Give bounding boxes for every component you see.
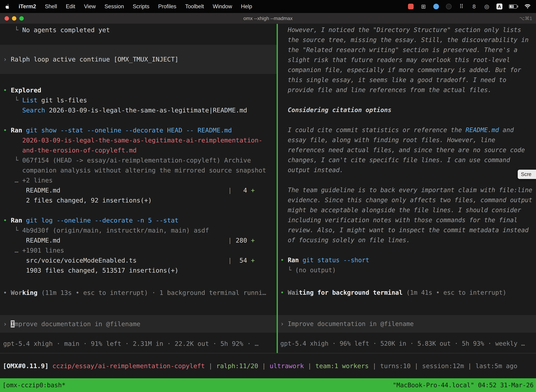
right-prompt-input[interactable]: › Improve documentation in @filename xyxy=(278,315,536,333)
menu-item-toolbelt[interactable]: Toolbelt xyxy=(185,3,204,10)
terminal-line: companion analysis without altering the … xyxy=(3,165,277,175)
tmux-host-clock: "MacBook-Pro-44.local" 04:52 31-Mar-26 xyxy=(393,382,534,389)
terminal-line: • Waiting for background terminal (1m 41… xyxy=(280,288,536,298)
terminal-line xyxy=(280,175,536,185)
terminal-line: … +1901 lines xyxy=(3,245,277,255)
terminal-line: might be acceptable alongside the file l… xyxy=(280,205,536,215)
terminal-line: I could cite commit statistics or refere… xyxy=(280,125,536,135)
menu-left: iTerm2 Shell Edit View Session Scripts P… xyxy=(5,3,252,10)
ralph-inject-banner: › Ralph loop active continue [OMX_TMUX_I… xyxy=(0,45,277,74)
pane-right[interactable]: However, I noticed the "Directory Struct… xyxy=(278,24,536,353)
zoom-button[interactable] xyxy=(19,16,24,21)
input-source-icon[interactable]: A xyxy=(496,3,502,10)
menu-status-icons: ⊞ ⠿ 8 ◎ A 61 xyxy=(408,3,531,10)
terminal-line: The team guideline is to back every impo… xyxy=(280,185,536,195)
terminal-line: the "Related research writing" section i… xyxy=(280,45,536,55)
menu-item-shell[interactable]: Shell xyxy=(45,3,57,10)
screen: { "menubar": { "app_name": "iTerm2", "it… xyxy=(0,0,536,392)
keyboard-icon[interactable]: ⠿ xyxy=(458,3,464,10)
menu-item-profiles[interactable]: Profiles xyxy=(158,3,176,10)
pane-left[interactable]: └ No agents completed yet › Ralph loop a… xyxy=(0,24,277,353)
terminal-line: companion file, especially if more comme… xyxy=(280,65,536,75)
terminal-line: references need actual files, and since … xyxy=(280,145,536,155)
right-scrollback: However, I noticed the "Directory Struct… xyxy=(278,24,536,275)
terminal-line: slight risk that future readers may over… xyxy=(280,55,536,65)
close-button[interactable] xyxy=(5,16,9,21)
menu-item-window[interactable]: Window xyxy=(213,3,232,10)
app-eight-icon[interactable]: 8 xyxy=(471,3,477,10)
terminal-line: • Ran git status --short xyxy=(280,255,536,265)
terminal-line: └ 067f154 (HEAD -> essay/ai-reimplementa… xyxy=(3,155,277,165)
terminal-line: › Improve documentation in @filename xyxy=(280,319,414,329)
menu-item-help[interactable]: Help xyxy=(241,3,252,10)
terminal-line: 1903 files changed, 513517 insertions(+) xyxy=(3,265,277,275)
terminal-area: └ No agents completed yet › Ralph loop a… xyxy=(0,24,536,378)
terminal-line: 2 files changed, 92 insertions(+) xyxy=(3,195,277,205)
terminal-line: Considering citation options xyxy=(280,105,536,115)
tmux-panes: └ No agents completed yet › Ralph loop a… xyxy=(0,24,536,353)
terminal-line: • Explored xyxy=(3,85,277,95)
tmux-session-label: [omx-cczip0:bash* xyxy=(2,382,65,389)
right-model-status: gpt-5.4 xhigh · 96% left · 520K in · 5.8… xyxy=(278,339,536,349)
terminal-line xyxy=(3,115,277,125)
menu-item-session[interactable]: Session xyxy=(105,3,124,10)
terminal-line: └ (no output) xyxy=(280,265,536,275)
terminal-line: Search 2026-03-09-is-legal-the-same-as-l… xyxy=(3,105,277,115)
terminal-line: README.md | 280 + xyxy=(3,235,277,245)
agents-status-block: └ No agents completed yet xyxy=(0,24,277,35)
terminal-line: provide file and line references from th… xyxy=(280,85,536,95)
terminal-line: review. Also, I might want to inspect th… xyxy=(280,225,536,235)
left-model-status: gpt-5.4 xhigh · main · 91% left · 2.31M … xyxy=(0,339,277,349)
omx-session-status: [OMX#0.11.9] cczip/essay/ai-reimplementa… xyxy=(0,353,536,378)
terminal-line: › Improve documentation in @filename xyxy=(3,319,140,329)
left-working-status: • Working (11m 13s • esc to interrupt) ·… xyxy=(0,288,277,298)
screen-recording-indicator-icon[interactable] xyxy=(408,3,414,10)
menu-bar: iTerm2 Shell Edit View Session Scripts P… xyxy=(0,0,536,13)
terminal-line: the source tree, missing the essay. Stil… xyxy=(280,35,536,45)
terminal-line: gpt-5.4 xhigh · 96% left · 520K in · 5.8… xyxy=(280,339,536,349)
terminal-line: changes, I can't cite specific file line… xyxy=(280,155,536,165)
minimize-button[interactable] xyxy=(12,16,16,21)
screen-tooltip[interactable]: Scre xyxy=(518,170,536,179)
terminal-line: › Ralph loop active continue [OMX_TMUX_I… xyxy=(3,54,277,64)
window-title-bar[interactable]: omx --xhigh --madmax ⌥⌘1 xyxy=(0,13,536,24)
window-shortcut-badge: ⌥⌘1 xyxy=(519,16,532,21)
left-prompt-input[interactable]: › Improve documentation in @filename xyxy=(0,315,277,333)
terminal-line: gpt-5.4 xhigh · main · 91% left · 2.31M … xyxy=(3,339,277,349)
terminal-line: └ 4b9d30f (origin/main, instructkr/main,… xyxy=(3,225,277,235)
terminal-line: └ No agents completed yet xyxy=(3,25,277,35)
terminal-line: • Ran git log --oneline --decorate -n 5 … xyxy=(3,215,277,225)
apple-menu-icon[interactable] xyxy=(5,4,10,9)
terminal-line: However, I noticed the "Directory Struct… xyxy=(280,25,536,35)
wifi-icon[interactable] xyxy=(524,3,531,10)
right-working-status: • Waiting for background terminal (1m 41… xyxy=(278,288,536,298)
terminal-line: README.md | 4 + xyxy=(3,185,277,195)
app-dark-icon[interactable] xyxy=(446,3,452,10)
menu-item-edit[interactable]: Edit xyxy=(66,3,75,10)
menu-item-iterm2[interactable]: iTerm2 xyxy=(19,3,36,10)
terminal-line: evidence. Since this change only affects… xyxy=(280,195,536,205)
menu-item-scripts[interactable]: Scripts xyxy=(133,3,149,10)
terminal-line: of focusing solely on file lines. xyxy=(280,235,536,245)
terminal-line: src/voice/voiceModeEnabled.ts | 54 + xyxy=(3,255,277,265)
terminal-line: essay file, along with finding root file… xyxy=(280,135,536,145)
terminal-line xyxy=(3,205,277,215)
terminal-line: and-the-erosion-of-copyleft.md xyxy=(3,145,277,155)
left-scrollback: • Explored └ List git ls-files Search 20… xyxy=(0,85,277,275)
terminal-line: └ List git ls-files xyxy=(3,95,277,105)
terminal-line: [OMX#0.11.9] cczip/essay/ai-reimplementa… xyxy=(3,361,517,371)
left-spacer xyxy=(0,275,277,288)
app-blue-icon[interactable] xyxy=(433,3,439,10)
right-spacer xyxy=(278,275,536,288)
stats-icon[interactable]: ◎ xyxy=(483,3,490,10)
terminal-line: output instead. xyxy=(280,165,536,175)
battery-icon[interactable]: 61 xyxy=(509,3,518,10)
grid-icon[interactable]: ⊞ xyxy=(420,3,427,10)
window-title: omx --xhigh --madmax xyxy=(243,16,293,21)
terminal-line xyxy=(280,115,536,125)
pane-divider[interactable] xyxy=(277,24,278,353)
terminal-line xyxy=(280,95,536,105)
terminal-line: • Working (11m 13s • esc to interrupt) ·… xyxy=(3,288,277,298)
menu-item-view[interactable]: View xyxy=(84,3,96,10)
terminal-line: • Ran git show --stat --oneline --decora… xyxy=(3,125,277,135)
